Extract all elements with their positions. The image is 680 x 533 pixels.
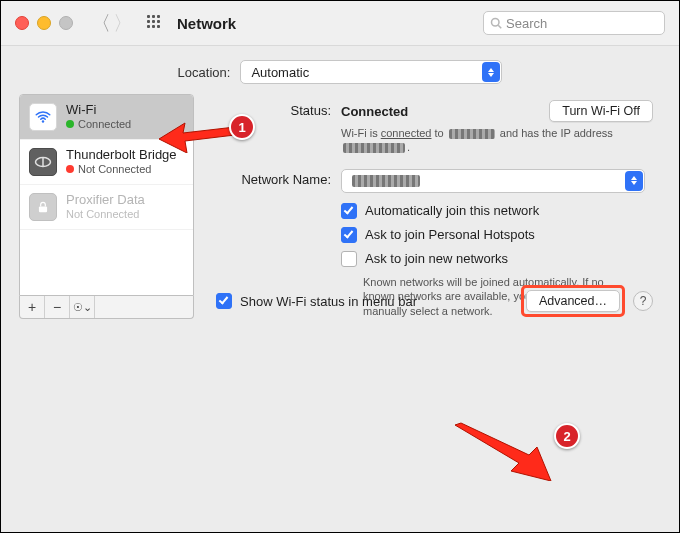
network-name-label: Network Name:: [216, 169, 341, 193]
svg-point-0: [492, 19, 500, 27]
status-dot-icon: [66, 120, 74, 128]
status-value: Connected: [341, 104, 408, 119]
show-all-icon[interactable]: [147, 15, 163, 31]
sidebar-item-status: Not Connected: [78, 163, 151, 176]
sidebar-item-status: Not Connected: [66, 208, 139, 221]
ask-new-networks-checkbox[interactable]: Ask to join new networks: [341, 251, 653, 267]
callout-badge-2: 2: [554, 423, 580, 449]
advanced-button[interactable]: Advanced…: [526, 290, 620, 312]
lock-icon: [29, 193, 57, 221]
redacted-ssid-value: [352, 175, 420, 187]
check-label: Automatically join this network: [365, 203, 539, 218]
auto-join-checkbox[interactable]: Automatically join this network: [341, 203, 653, 219]
checkbox-icon: [341, 251, 357, 267]
redacted-ssid: [449, 129, 495, 139]
network-name-popup[interactable]: [341, 169, 645, 193]
traffic-lights[interactable]: [15, 16, 73, 30]
checkbox-icon: [341, 227, 357, 243]
sidebar-item-label: Wi-Fi: [66, 103, 131, 118]
redacted-ip: [343, 143, 405, 153]
location-value: Automatic: [251, 65, 309, 80]
toggle-wifi-button[interactable]: Turn Wi-Fi Off: [549, 100, 653, 122]
chevron-updown-icon: [482, 62, 500, 82]
svg-line-1: [498, 25, 501, 28]
status-subtext: Wi-Fi is connected to and has the IP add…: [341, 126, 621, 155]
checkbox-icon: [216, 293, 232, 309]
detail-footer: Show Wi-Fi status in menu bar Advanced… …: [216, 285, 653, 317]
location-row: Location: Automatic: [1, 46, 679, 94]
search-icon: [490, 17, 502, 29]
detail-pane: Status: Connected Turn Wi-Fi Off Wi-Fi i…: [194, 94, 661, 319]
chevron-updown-icon: [625, 171, 643, 191]
svg-rect-4: [39, 206, 47, 212]
sidebar-item-proxifier[interactable]: Proxifier Data Not Connected: [20, 185, 193, 230]
arrow-icon: [453, 421, 553, 481]
search-input[interactable]: Search: [483, 11, 665, 35]
status-row: Status: Connected Turn Wi-Fi Off Wi-Fi i…: [216, 100, 653, 155]
ask-hotspots-checkbox[interactable]: Ask to join Personal Hotspots: [341, 227, 653, 243]
back-button[interactable]: 〈: [91, 10, 111, 37]
titlebar: 〈 〉 Network Search: [1, 1, 679, 46]
network-name-row: Network Name:: [216, 169, 653, 193]
minimize-icon[interactable]: [37, 16, 51, 30]
check-label: Ask to join Personal Hotspots: [365, 227, 535, 242]
search-placeholder: Search: [506, 16, 547, 31]
remove-service-button[interactable]: −: [45, 296, 70, 318]
check-label: Ask to join new networks: [365, 251, 508, 266]
add-service-button[interactable]: +: [20, 296, 45, 318]
checkbox-icon: [341, 203, 357, 219]
svg-point-2: [42, 120, 44, 122]
callout-highlight: Advanced…: [521, 285, 625, 317]
window-title: Network: [177, 15, 236, 32]
location-label: Location:: [178, 65, 231, 80]
body: Wi-Fi Connected Thunderbolt Bridge Not C…: [1, 94, 679, 337]
arrow-icon: [159, 119, 237, 153]
wifi-icon: [29, 103, 57, 131]
more-actions-button[interactable]: ☉⌄: [70, 296, 95, 318]
forward-button[interactable]: 〉: [113, 10, 133, 37]
callout-badge-1: 1: [229, 114, 255, 140]
close-icon[interactable]: [15, 16, 29, 30]
check-label: Show Wi-Fi status in menu bar: [240, 294, 417, 309]
sidebar-item-status: Connected: [78, 118, 131, 131]
nav-buttons: 〈 〉: [91, 10, 133, 37]
service-list-footer: + − ☉⌄: [19, 296, 194, 319]
preferences-window: 〈 〉 Network Search Location: Automatic: [0, 0, 680, 533]
sidebar-item-label: Proxifier Data: [66, 193, 145, 208]
show-menubar-checkbox[interactable]: Show Wi-Fi status in menu bar: [216, 293, 417, 309]
status-dot-icon: [66, 165, 74, 173]
help-button[interactable]: ?: [633, 291, 653, 311]
location-popup[interactable]: Automatic: [240, 60, 502, 84]
zoom-icon[interactable]: [59, 16, 73, 30]
thunderbolt-icon: [29, 148, 57, 176]
